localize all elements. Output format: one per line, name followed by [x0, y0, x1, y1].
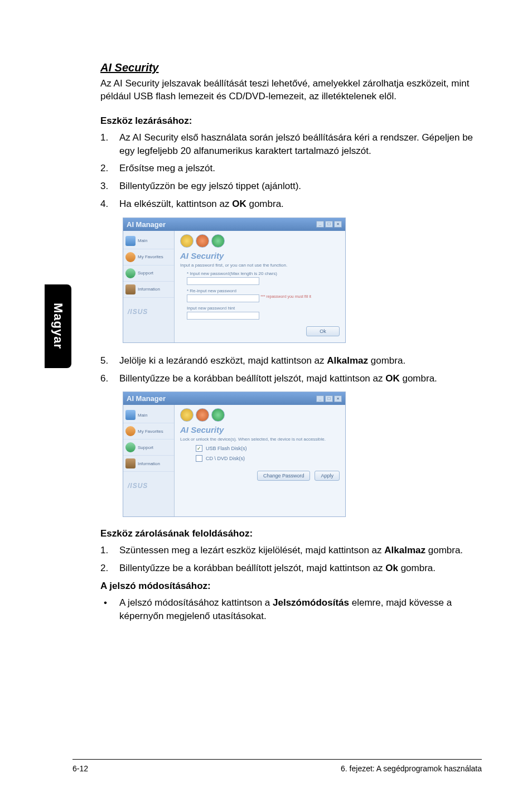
apply-button[interactable]: Apply [315, 471, 340, 481]
password-label: * Input new password(Max length is 20 ch… [187, 271, 340, 276]
toolbar [180, 234, 340, 248]
star-icon [125, 426, 136, 436]
maximize-icon[interactable]: □ [325, 395, 333, 402]
unlock-steps-list: 1. Szüntessen meg a lezárt eszköz kijelö… [100, 544, 482, 575]
side-language-tab: Magyar [45, 284, 71, 368]
step-num: 2. [100, 562, 119, 575]
check-label: USB Flash Disk(s) [206, 446, 247, 451]
button-row: Change Password Apply [180, 471, 340, 481]
sidebar: Main My Favorites Support Information /I… [123, 405, 175, 516]
minimize-icon[interactable]: _ [316, 221, 324, 228]
step-text: Billentyűzze be a korábban beállított je… [119, 372, 437, 385]
toolbar-icon-3[interactable] [211, 408, 225, 422]
screenshot-ai-security-devices: AI Manager _ □ × Main My Favorites Su [123, 392, 346, 517]
step-num: 2. [100, 162, 119, 175]
page-content: AI Security Az AI Security jelszavak beá… [0, 0, 532, 661]
sidebar-item-information[interactable]: Information [123, 282, 174, 298]
password-field-group: * Input new password(Max length is 20 ch… [187, 271, 340, 286]
toolbar-icon-1[interactable] [180, 234, 194, 248]
step-text: Jelölje ki a lezárandó eszközt, majd kat… [119, 354, 405, 368]
check-usb[interactable]: ✓ USB Flash Disk(s) [196, 445, 340, 452]
step-num: 1. [100, 544, 119, 557]
check-cddvd[interactable]: CD \ DVD Disk(s) [196, 455, 340, 462]
sidebar-item-support[interactable]: Support [123, 439, 174, 456]
brand-logo: /ISUS [123, 298, 174, 319]
step-num: 4. [100, 197, 119, 211]
step-text: Billentyűzze be a korábban beállított je… [119, 562, 436, 575]
footer-line: 6-12 6. fejezet: A segédprogramok haszná… [72, 759, 482, 773]
globe-icon [125, 268, 136, 278]
sidebar-item-main[interactable]: Main [123, 407, 174, 423]
sidebar-item-main[interactable]: Main [123, 233, 174, 249]
page-footer: 6-12 6. fejezet: A segédprogramok haszná… [0, 759, 532, 773]
checkbox-unchecked-icon[interactable] [196, 455, 202, 462]
sidebar-item-favorites[interactable]: My Favorites [123, 249, 174, 265]
lock-subhead: Eszköz lezárásához: [100, 115, 482, 127]
minimize-icon[interactable]: _ [316, 395, 324, 402]
window-titlebar: AI Manager _ □ × [123, 218, 345, 231]
repassword-hint: *** repassword you must fill it [260, 294, 311, 298]
repassword-label: * Re-input new password [187, 288, 340, 293]
step-5: 5. Jelölje ki a lezárandó eszközt, majd … [100, 354, 482, 368]
step-text: Erősítse meg a jelszót. [119, 162, 215, 175]
sidebar: Main My Favorites Support Information /I… [123, 231, 175, 342]
hint-input[interactable] [187, 312, 259, 320]
repassword-input[interactable] [187, 294, 259, 302]
step-6: 6. Billentyűzze be a korábban beállított… [100, 372, 482, 385]
brand-logo: /ISUS [123, 472, 174, 493]
toolbar-icon-3[interactable] [211, 234, 225, 248]
toolbar-icon-2[interactable] [196, 234, 209, 248]
window-title: AI Manager [127, 394, 166, 403]
sidebar-item-support[interactable]: Support [123, 265, 174, 282]
screenshot-ai-security-setup: AI Manager _ □ × Main My Favorites Su [123, 218, 346, 343]
close-icon[interactable]: × [334, 395, 342, 402]
step-3: 3. Billentyűzzön be egy jelszó tippet (a… [100, 180, 482, 193]
step-text: Ha elkészült, kattintson az OK gombra. [119, 197, 284, 211]
toolbar-icon-1[interactable] [180, 408, 194, 422]
monitor-icon [125, 236, 136, 246]
step-4: 4. Ha elkészült, kattintson az OK gombra… [100, 197, 482, 211]
main-panel: AI Security Input a password first, or y… [175, 231, 345, 342]
check-label: CD \ DVD Disk(s) [206, 456, 245, 461]
section-title: AI Security [100, 61, 482, 74]
side-language-label: Magyar [51, 303, 65, 349]
panel-heading: AI Security [180, 251, 340, 260]
checkbox-checked-icon[interactable]: ✓ [196, 445, 202, 452]
ok-button[interactable]: Ok [306, 326, 340, 336]
bullet-text: A jelszó módosításához kattintson a Jels… [119, 596, 482, 623]
maximize-icon[interactable]: □ [325, 221, 333, 228]
changepw-bullets: • A jelszó módosításához kattintson a Je… [100, 596, 482, 623]
step-num: 3. [100, 180, 119, 193]
lock-steps-list: 1. Az AI Security első használata során … [100, 131, 482, 211]
change-password-button[interactable]: Change Password [257, 471, 311, 481]
panel-heading: AI Security [180, 425, 340, 434]
toolbar [180, 408, 340, 422]
sidebar-item-information[interactable]: Information [123, 456, 174, 472]
window-body: Main My Favorites Support Information /I… [123, 405, 345, 516]
password-input[interactable] [187, 277, 259, 285]
lock-steps-list-cont: 5. Jelölje ki a lezárandó eszközt, majd … [100, 354, 482, 385]
close-icon[interactable]: × [334, 221, 342, 228]
step-num: 6. [100, 372, 119, 385]
step-text: Szüntessen meg a lezárt eszköz kijelölés… [119, 544, 463, 557]
toolbar-icon-2[interactable] [196, 408, 209, 422]
chart-icon [125, 284, 136, 294]
globe-icon [125, 442, 136, 452]
window-body: Main My Favorites Support Information /I… [123, 231, 345, 342]
step-1: 1. Az AI Security első használata során … [100, 131, 482, 158]
step-num: 1. [100, 131, 119, 158]
window-buttons: _ □ × [316, 221, 342, 228]
hint-label: Input new password hint [187, 306, 340, 311]
changepw-bullet: • A jelszó módosításához kattintson a Je… [100, 596, 482, 623]
chapter-title: 6. fejezet: A segédprogramok használata [341, 764, 482, 773]
unlock-step-2: 2. Billentyűzze be a korábban beállított… [100, 562, 482, 575]
panel-description: Lock or unlock the device(s). When selec… [180, 437, 340, 442]
unlock-subhead: Eszköz zárolásának feloldásához: [100, 528, 482, 539]
window-buttons: _ □ × [316, 395, 342, 402]
star-icon [125, 252, 136, 262]
main-panel: AI Security Lock or unlock the device(s)… [175, 405, 345, 516]
intro-paragraph: Az AI Security jelszavak beállítását tes… [100, 78, 482, 103]
sidebar-item-favorites[interactable]: My Favorites [123, 423, 174, 439]
changepw-subhead: A jelszó módosításához: [100, 581, 482, 592]
panel-description: Input a password first, or you can not u… [180, 263, 340, 268]
